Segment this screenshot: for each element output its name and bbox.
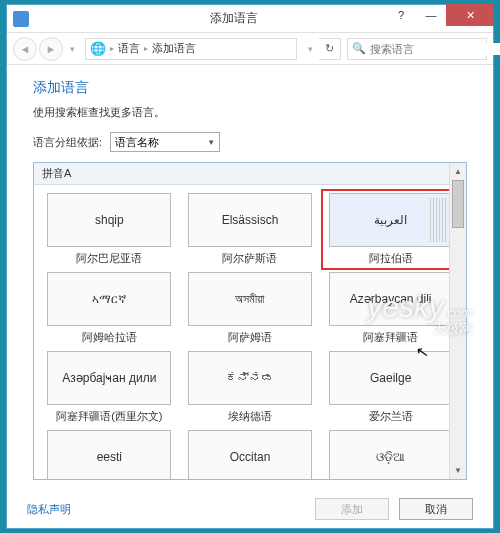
language-tile[interactable]: eesti (47, 430, 171, 480)
titlebar: 添加语言 ? — ✕ (7, 5, 493, 33)
language-label: 阿塞拜疆语(西里尔文) (56, 409, 162, 424)
language-label: 阿拉伯语 (369, 251, 413, 266)
scroll-up-button[interactable]: ▲ (450, 163, 466, 180)
window: 添加语言 ? — ✕ ◄ ► ▾ 🌐 ▸ 语言 ▸ 添加语言 ▾ ↻ 🔍 添加语… (6, 4, 494, 529)
privacy-link[interactable]: 隐私声明 (27, 502, 305, 517)
language-tile[interactable]: ኣማርኛ (47, 272, 171, 326)
scroll-track[interactable] (450, 180, 466, 462)
scrollbar[interactable]: ▲ ▼ (449, 163, 466, 479)
help-button[interactable]: ? (386, 4, 416, 26)
window-controls: ? — ✕ (386, 4, 494, 26)
language-tile[interactable]: Azərbaycan dili (329, 272, 453, 326)
language-tile[interactable]: العربية (329, 193, 453, 247)
language-cell[interactable]: eesti (44, 430, 175, 480)
breadcrumb-dropdown[interactable]: ▾ (303, 37, 317, 61)
breadcrumb-item[interactable]: 添加语言 (152, 41, 196, 56)
app-icon (13, 11, 29, 27)
language-cell[interactable]: ಕನ್ನಡ埃纳德语 (185, 351, 316, 424)
language-cell[interactable]: ଓଡ଼ିଆ (325, 430, 456, 480)
content: 添加语言 使用搜索框查找更多语言。 语言分组依据: 语言名称 ▼ 拼音A shq… (7, 65, 493, 488)
group-label: 语言分组依据: (33, 135, 102, 150)
language-label: 阿塞拜疆语 (363, 330, 418, 345)
language-cell[interactable]: Gaeilge爱尔兰语 (325, 351, 456, 424)
language-cell[interactable]: অসমীয়া阿萨姆语 (185, 272, 316, 345)
breadcrumb[interactable]: 🌐 ▸ 语言 ▸ 添加语言 (85, 38, 297, 60)
language-cell[interactable]: Occitan (185, 430, 316, 480)
group-select-value: 语言名称 (115, 135, 159, 150)
refresh-button[interactable]: ↻ (319, 38, 341, 60)
add-button[interactable]: 添加 (315, 498, 389, 520)
language-tile[interactable]: অসমীয়া (188, 272, 312, 326)
language-cell[interactable]: العربية阿拉伯语 (325, 193, 456, 266)
language-label: 埃纳德语 (228, 409, 272, 424)
search-box[interactable]: 🔍 (347, 38, 487, 60)
language-cell[interactable]: Azərbaycan dili阿塞拜疆语 (325, 272, 456, 345)
chevron-right-icon: ▸ (110, 44, 114, 53)
language-tile[interactable]: Gaeilge (329, 351, 453, 405)
back-button[interactable]: ◄ (13, 37, 37, 61)
language-label: 阿尔萨斯语 (222, 251, 277, 266)
language-cell[interactable]: Азәрбајҹан дили阿塞拜疆语(西里尔文) (44, 351, 175, 424)
cancel-button[interactable]: 取消 (399, 498, 473, 520)
language-tile[interactable]: Elsässisch (188, 193, 312, 247)
footer: 隐私声明 添加 取消 (7, 498, 493, 520)
forward-button[interactable]: ► (39, 37, 63, 61)
globe-icon: 🌐 (90, 41, 106, 57)
language-label: 阿萨姆语 (228, 330, 272, 345)
language-label: 阿姆哈拉语 (82, 330, 137, 345)
language-label: 阿尔巴尼亚语 (76, 251, 142, 266)
minimize-button[interactable]: — (416, 4, 446, 26)
close-button[interactable]: ✕ (446, 4, 494, 26)
language-cell[interactable]: ኣማርኛ阿姆哈拉语 (44, 272, 175, 345)
breadcrumb-item[interactable]: 语言 (118, 41, 140, 56)
chevron-down-icon: ▼ (207, 138, 215, 147)
language-cell[interactable]: Elsässisch阿尔萨斯语 (185, 193, 316, 266)
section-header: 拼音A (34, 163, 466, 185)
group-row: 语言分组依据: 语言名称 ▼ (33, 132, 467, 152)
search-icon: 🔍 (352, 42, 366, 55)
group-select[interactable]: 语言名称 ▼ (110, 132, 220, 152)
page-subtitle: 使用搜索框查找更多语言。 (33, 105, 467, 120)
language-tile[interactable]: shqip (47, 193, 171, 247)
navbar: ◄ ► ▾ 🌐 ▸ 语言 ▸ 添加语言 ▾ ↻ 🔍 (7, 33, 493, 65)
language-label: 爱尔兰语 (369, 409, 413, 424)
history-dropdown[interactable]: ▾ (65, 37, 79, 61)
language-tile[interactable]: Occitan (188, 430, 312, 480)
scroll-thumb[interactable] (452, 180, 464, 228)
language-tile[interactable]: ଓଡ଼ିଆ (329, 430, 453, 480)
chevron-right-icon: ▸ (144, 44, 148, 53)
language-tile[interactable]: ಕನ್ನಡ (188, 351, 312, 405)
page-title: 添加语言 (33, 79, 467, 97)
search-input[interactable] (370, 43, 500, 55)
scroll-down-button[interactable]: ▼ (450, 462, 466, 479)
language-list: 拼音A shqip阿尔巴尼亚语Elsässisch阿尔萨斯语العربية阿拉伯… (33, 162, 467, 480)
language-cell[interactable]: shqip阿尔巴尼亚语 (44, 193, 175, 266)
language-grid: shqip阿尔巴尼亚语Elsässisch阿尔萨斯语العربية阿拉伯语ኣማር… (34, 185, 466, 480)
language-tile[interactable]: Азәрбајҹан дили (47, 351, 171, 405)
